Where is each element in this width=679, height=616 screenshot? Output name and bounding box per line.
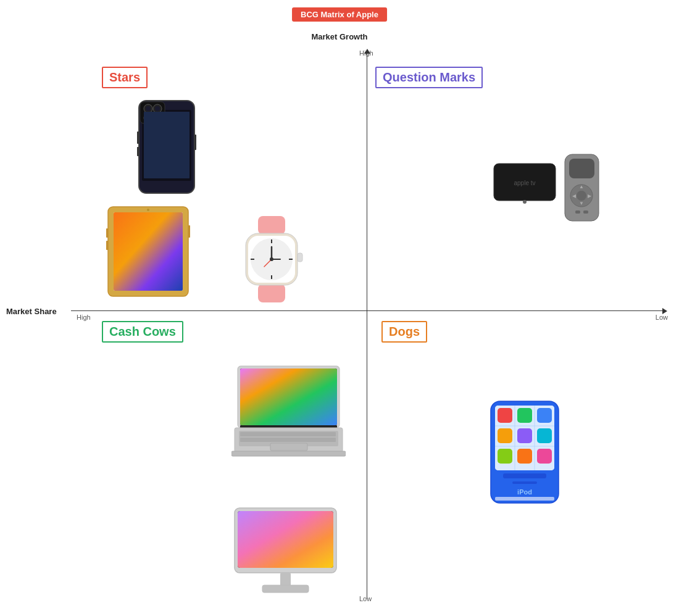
svg-point-41 (577, 191, 586, 201)
svg-rect-72 (537, 408, 552, 423)
svg-text:◀: ◀ (572, 193, 577, 199)
svg-rect-42 (575, 210, 580, 214)
svg-rect-61 (280, 573, 291, 586)
svg-rect-11 (137, 147, 139, 156)
svg-text:▼: ▼ (579, 201, 584, 206)
y-axis-low: Low (359, 595, 372, 602)
svg-rect-19 (106, 241, 108, 250)
svg-rect-22 (258, 284, 285, 302)
ipad-product (105, 204, 191, 299)
svg-rect-55 (240, 438, 336, 442)
svg-rect-71 (517, 408, 532, 423)
svg-rect-62 (262, 585, 309, 593)
svg-rect-79 (503, 473, 546, 478)
svg-rect-20 (188, 225, 190, 238)
svg-rect-82 (495, 497, 554, 501)
y-axis (367, 52, 367, 599)
svg-rect-34 (298, 253, 302, 262)
cash-cows-label: Cash Cows (102, 321, 183, 343)
svg-text:▶: ▶ (588, 193, 592, 199)
svg-rect-76 (498, 449, 512, 464)
svg-rect-80 (512, 481, 537, 484)
svg-rect-75 (537, 428, 552, 443)
svg-rect-10 (137, 131, 139, 144)
svg-rect-70 (498, 408, 512, 423)
svg-rect-39 (569, 159, 594, 178)
x-axis (71, 310, 664, 311)
svg-rect-56 (270, 443, 307, 451)
svg-rect-57 (231, 451, 346, 456)
svg-point-33 (270, 257, 273, 261)
y-axis-label: Market Growth (311, 32, 367, 41)
svg-text:apple tv: apple tv (514, 180, 535, 186)
svg-rect-12 (194, 135, 196, 150)
svg-point-36 (523, 200, 527, 204)
question-marks-label: Question Marks (375, 67, 483, 88)
svg-point-6 (146, 106, 151, 111)
x-axis-label: Market Share (6, 307, 57, 316)
macbook-product (231, 363, 346, 459)
svg-point-17 (147, 209, 149, 211)
x-axis-low: Low (656, 314, 668, 321)
svg-rect-43 (583, 210, 588, 214)
stars-label: Stars (102, 67, 148, 88)
chart-title: BCG Matrix of Apple (292, 7, 387, 22)
svg-rect-77 (517, 449, 532, 464)
svg-rect-21 (258, 216, 285, 235)
iphone-product (127, 98, 207, 196)
svg-rect-74 (517, 428, 532, 443)
svg-rect-18 (106, 228, 108, 238)
svg-rect-50 (240, 368, 337, 425)
ipod-product: iPod (488, 398, 562, 506)
svg-rect-15 (114, 212, 183, 291)
svg-rect-9 (144, 112, 190, 178)
apple-tv-product: apple tv ▲ ▼ ◀ ▶ (488, 151, 593, 225)
dogs-label: Dogs (381, 321, 427, 343)
svg-rect-60 (238, 511, 333, 568)
svg-point-7 (155, 106, 160, 111)
svg-rect-73 (498, 428, 512, 443)
imac-product (231, 506, 340, 596)
svg-rect-54 (240, 432, 336, 436)
svg-text:▲: ▲ (579, 184, 584, 189)
svg-rect-78 (537, 449, 552, 464)
x-axis-high: High (77, 314, 91, 321)
apple-watch-product (235, 216, 309, 302)
svg-text:iPod: iPod (517, 488, 532, 496)
